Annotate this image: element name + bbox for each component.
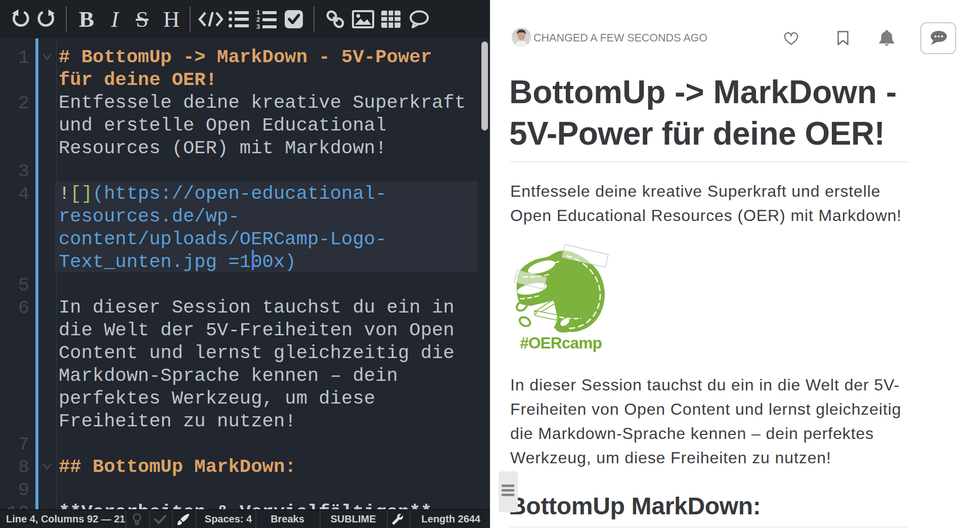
svg-text:3: 3	[256, 23, 260, 29]
svg-text:2: 2	[256, 16, 260, 23]
svg-text:#OERcamp: #OERcamp	[520, 334, 602, 352]
svg-text:1: 1	[256, 9, 260, 16]
